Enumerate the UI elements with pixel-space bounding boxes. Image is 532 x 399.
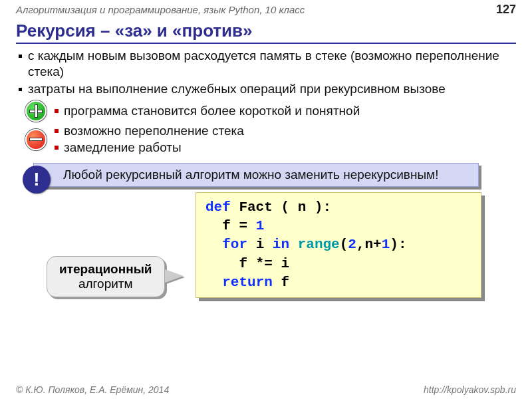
callout-tail-icon	[165, 269, 184, 283]
con-item-1: возможно переполнение стека	[55, 123, 244, 140]
plus-icon	[25, 100, 47, 122]
pro-list: программа становится более короткой и по…	[55, 103, 360, 120]
copyright: © К.Ю. Поляков, Е.А. Ерёмин, 2014	[16, 384, 169, 395]
con-item-2: замедление работы	[55, 140, 244, 156]
code-l2a: f =	[205, 218, 256, 233]
page-title: Рекурсия – «за» и «против»	[16, 21, 516, 44]
callout-line-1: итерационный	[59, 262, 152, 277]
code-l4: f *= i	[205, 256, 289, 271]
footer-url: http://kpolyakov.spb.ru	[424, 384, 516, 395]
code-l2b: 1	[256, 218, 265, 233]
pro-con-block: программа становится более короткой и по…	[16, 100, 516, 156]
intro-item-1: с каждым новым вызовом расходуется памят…	[28, 48, 516, 80]
kw-return: return	[222, 275, 273, 290]
page-number: 127	[496, 3, 516, 17]
code-fn: Fact ( n ):	[231, 200, 331, 215]
callout-line-2: алгоритм	[59, 277, 152, 291]
code-one2: 1	[382, 237, 390, 252]
code-l5: f	[273, 275, 289, 290]
note-block: ! Любой рекурсивный алгоритм можно замен…	[33, 163, 516, 187]
code-l3e: ):	[390, 237, 406, 252]
lower-block: итерационный алгоритм def Fact ( n ): f …	[16, 190, 516, 323]
code-l3b	[289, 237, 298, 252]
code-block: def Fact ( n ): f = 1 for i in range(2,n…	[196, 192, 481, 299]
course-label: Алгоритмизация и программирование, язык …	[16, 4, 305, 15]
pro-item: программа становится более короткой и по…	[55, 103, 360, 120]
intro-item-2: затраты на выполнение служебных операций…	[28, 81, 516, 97]
pro-row: программа становится более короткой и по…	[25, 100, 516, 122]
kw-for: for	[222, 237, 247, 252]
code-l3c: (	[340, 237, 348, 252]
minus-icon	[25, 129, 47, 150]
kw-range: range	[298, 237, 340, 252]
intro-list: с каждым новым вызовом расходуется памят…	[16, 48, 516, 96]
content: с каждым новым вызовом расходуется памят…	[0, 45, 532, 323]
note-text: Любой рекурсивный алгоритм можно заменит…	[33, 163, 479, 187]
footer: © К.Ю. Поляков, Е.А. Ерёмин, 2014 http:/…	[0, 382, 532, 399]
con-row: возможно переполнение стека замедление р…	[25, 123, 516, 156]
kw-def: def	[205, 200, 231, 215]
con-list: возможно переполнение стека замедление р…	[55, 123, 244, 156]
code-l3a: i	[247, 237, 273, 252]
callout: итерационный алгоритм	[47, 256, 165, 297]
code-l3d: ,n+	[356, 237, 382, 252]
header: Алгоритмизация и программирование, язык …	[0, 0, 532, 18]
code-two: 2	[348, 237, 356, 252]
kw-in: in	[273, 237, 289, 252]
